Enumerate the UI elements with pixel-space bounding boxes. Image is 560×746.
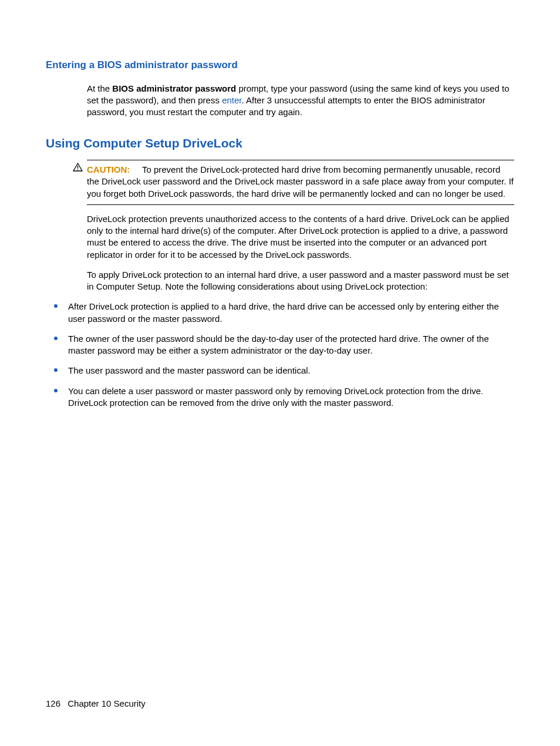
list-item: You can delete a user password or master… <box>46 385 514 409</box>
page-number: 126 <box>46 698 60 708</box>
drivelock-para-2: To apply DriveLock protection to an inte… <box>87 269 514 293</box>
list-item: The owner of the user password should be… <box>46 333 514 357</box>
svg-point-1 <box>77 169 79 170</box>
caution-text: To prevent the DriveLock-protected hard … <box>87 164 514 199</box>
caution-triangle-icon <box>73 163 83 172</box>
caution-box: CAUTION: To prevent the DriveLock-protec… <box>87 160 514 205</box>
text-pre: At the <box>87 83 112 93</box>
page-footer: 126 Chapter 10 Security <box>46 698 146 710</box>
list-item: After DriveLock protection is applied to… <box>46 301 514 325</box>
list-item: The user password and the master passwor… <box>46 365 514 377</box>
section-heading-bios-password: Entering a BIOS administrator password <box>46 59 514 72</box>
enter-key-text: enter <box>222 95 241 105</box>
section-heading-drivelock: Using Computer Setup DriveLock <box>46 135 514 152</box>
chapter-label: Chapter 10 Security <box>68 698 146 708</box>
caution-label: CAUTION: <box>87 164 130 174</box>
drivelock-para-1: DriveLock protection prevents unauthoriz… <box>87 213 514 261</box>
bios-password-paragraph: At the BIOS administrator password promp… <box>87 83 514 119</box>
caution-gap <box>133 164 140 174</box>
drivelock-bullet-list: After DriveLock protection is applied to… <box>46 301 514 409</box>
text-bold-prompt: BIOS administrator password <box>112 83 236 93</box>
